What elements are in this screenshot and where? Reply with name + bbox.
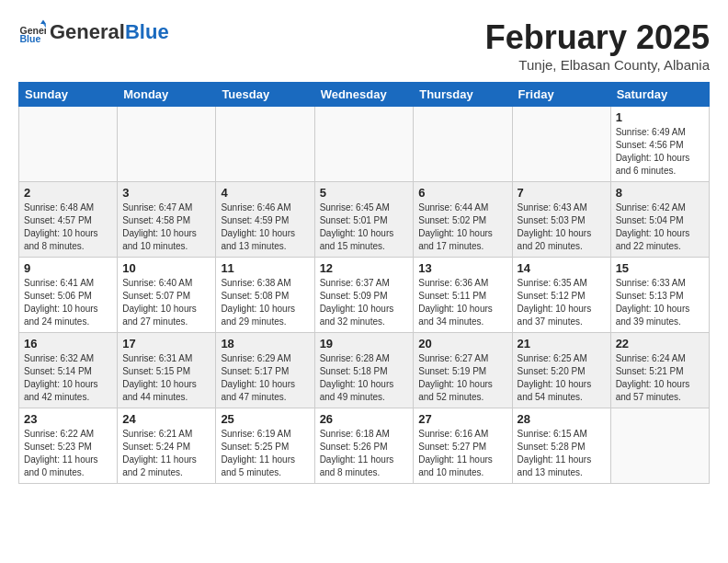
day-info: Sunrise: 6:35 AM Sunset: 5:12 PM Dayligh… bbox=[518, 277, 606, 328]
calendar-day-cell: 1Sunrise: 6:49 AM Sunset: 4:56 PM Daylig… bbox=[610, 107, 709, 182]
calendar-day-cell: 19Sunrise: 6:28 AM Sunset: 5:18 PM Dayli… bbox=[314, 333, 414, 408]
day-number: 24 bbox=[122, 412, 210, 426]
calendar-day-cell: 12Sunrise: 6:37 AM Sunset: 5:09 PM Dayli… bbox=[314, 258, 414, 333]
day-number: 22 bbox=[616, 337, 704, 350]
day-number: 3 bbox=[122, 186, 210, 200]
weekday-header: Tuesday bbox=[216, 83, 314, 107]
day-info: Sunrise: 6:48 AM Sunset: 4:57 PM Dayligh… bbox=[24, 201, 112, 253]
calendar-day-cell bbox=[314, 107, 414, 182]
svg-text:Blue: Blue bbox=[20, 33, 41, 44]
day-number: 6 bbox=[418, 186, 506, 200]
calendar-day-cell bbox=[610, 408, 709, 484]
weekday-header: Sunday bbox=[19, 83, 118, 107]
calendar-table: SundayMondayTuesdayWednesdayThursdayFrid… bbox=[18, 82, 710, 484]
calendar-day-cell: 3Sunrise: 6:47 AM Sunset: 4:58 PM Daylig… bbox=[118, 182, 216, 258]
calendar-week-row: 9Sunrise: 6:41 AM Sunset: 5:06 PM Daylig… bbox=[19, 258, 710, 333]
day-info: Sunrise: 6:24 AM Sunset: 5:21 PM Dayligh… bbox=[616, 352, 704, 404]
day-info: Sunrise: 6:49 AM Sunset: 4:56 PM Dayligh… bbox=[616, 126, 704, 178]
day-info: Sunrise: 6:32 AM Sunset: 5:14 PM Dayligh… bbox=[24, 352, 112, 404]
day-info: Sunrise: 6:28 AM Sunset: 5:18 PM Dayligh… bbox=[320, 352, 409, 404]
day-info: Sunrise: 6:21 AM Sunset: 5:24 PM Dayligh… bbox=[122, 428, 210, 479]
page-header: General Blue GeneralBlue February 2025 T… bbox=[18, 18, 710, 73]
day-info: Sunrise: 6:15 AM Sunset: 5:28 PM Dayligh… bbox=[518, 428, 606, 479]
day-info: Sunrise: 6:37 AM Sunset: 5:09 PM Dayligh… bbox=[320, 277, 409, 328]
day-number: 11 bbox=[221, 261, 309, 275]
calendar-day-cell: 14Sunrise: 6:35 AM Sunset: 5:12 PM Dayli… bbox=[512, 258, 610, 333]
day-info: Sunrise: 6:31 AM Sunset: 5:15 PM Dayligh… bbox=[122, 352, 210, 404]
weekday-header: Monday bbox=[118, 83, 216, 107]
weekday-header: Thursday bbox=[414, 83, 512, 107]
weekday-header: Friday bbox=[512, 83, 610, 107]
calendar-day-cell: 7Sunrise: 6:43 AM Sunset: 5:03 PM Daylig… bbox=[512, 182, 610, 258]
day-number: 25 bbox=[221, 412, 309, 426]
day-number: 14 bbox=[518, 261, 606, 275]
day-number: 18 bbox=[221, 337, 309, 350]
day-number: 26 bbox=[320, 412, 409, 426]
calendar-day-cell: 8Sunrise: 6:42 AM Sunset: 5:04 PM Daylig… bbox=[610, 182, 709, 258]
day-number: 16 bbox=[24, 337, 112, 350]
calendar-week-row: 2Sunrise: 6:48 AM Sunset: 4:57 PM Daylig… bbox=[19, 182, 710, 258]
calendar-day-cell: 28Sunrise: 6:15 AM Sunset: 5:28 PM Dayli… bbox=[512, 408, 610, 484]
title-block: February 2025 Tunje, Elbasan County, Alb… bbox=[485, 18, 710, 73]
calendar-day-cell: 26Sunrise: 6:18 AM Sunset: 5:26 PM Dayli… bbox=[314, 408, 414, 484]
day-number: 8 bbox=[616, 186, 704, 200]
day-number: 23 bbox=[24, 412, 112, 426]
day-info: Sunrise: 6:19 AM Sunset: 5:25 PM Dayligh… bbox=[221, 428, 309, 479]
day-number: 20 bbox=[418, 337, 506, 350]
day-info: Sunrise: 6:29 AM Sunset: 5:17 PM Dayligh… bbox=[221, 352, 309, 404]
weekday-header: Saturday bbox=[610, 83, 709, 107]
day-info: Sunrise: 6:25 AM Sunset: 5:20 PM Dayligh… bbox=[518, 352, 606, 404]
calendar-day-cell: 13Sunrise: 6:36 AM Sunset: 5:11 PM Dayli… bbox=[414, 258, 512, 333]
calendar-day-cell bbox=[216, 107, 314, 182]
calendar-day-cell: 17Sunrise: 6:31 AM Sunset: 5:15 PM Dayli… bbox=[118, 333, 216, 408]
calendar-day-cell: 6Sunrise: 6:44 AM Sunset: 5:02 PM Daylig… bbox=[414, 182, 512, 258]
calendar-week-row: 16Sunrise: 6:32 AM Sunset: 5:14 PM Dayli… bbox=[19, 333, 710, 408]
day-info: Sunrise: 6:40 AM Sunset: 5:07 PM Dayligh… bbox=[122, 277, 210, 328]
calendar-day-cell: 2Sunrise: 6:48 AM Sunset: 4:57 PM Daylig… bbox=[19, 182, 118, 258]
logo-blue-text: Blue bbox=[125, 20, 169, 43]
calendar-day-cell: 20Sunrise: 6:27 AM Sunset: 5:19 PM Dayli… bbox=[414, 333, 512, 408]
day-info: Sunrise: 6:16 AM Sunset: 5:27 PM Dayligh… bbox=[418, 428, 506, 479]
calendar-day-cell: 5Sunrise: 6:45 AM Sunset: 5:01 PM Daylig… bbox=[314, 182, 414, 258]
day-number: 10 bbox=[122, 261, 210, 275]
day-info: Sunrise: 6:36 AM Sunset: 5:11 PM Dayligh… bbox=[418, 277, 506, 328]
calendar-day-cell: 11Sunrise: 6:38 AM Sunset: 5:08 PM Dayli… bbox=[216, 258, 314, 333]
month-title: February 2025 bbox=[485, 18, 710, 57]
calendar-day-cell: 16Sunrise: 6:32 AM Sunset: 5:14 PM Dayli… bbox=[19, 333, 118, 408]
calendar-day-cell: 9Sunrise: 6:41 AM Sunset: 5:06 PM Daylig… bbox=[19, 258, 118, 333]
day-info: Sunrise: 6:47 AM Sunset: 4:58 PM Dayligh… bbox=[122, 201, 210, 253]
calendar-day-cell bbox=[118, 107, 216, 182]
day-info: Sunrise: 6:44 AM Sunset: 5:02 PM Dayligh… bbox=[418, 201, 506, 253]
day-info: Sunrise: 6:27 AM Sunset: 5:19 PM Dayligh… bbox=[418, 352, 506, 404]
day-number: 1 bbox=[616, 110, 704, 124]
location-title: Tunje, Elbasan County, Albania bbox=[485, 57, 710, 73]
day-info: Sunrise: 6:42 AM Sunset: 5:04 PM Dayligh… bbox=[616, 201, 704, 253]
day-number: 4 bbox=[221, 186, 309, 200]
calendar-day-cell: 21Sunrise: 6:25 AM Sunset: 5:20 PM Dayli… bbox=[512, 333, 610, 408]
day-number: 7 bbox=[518, 186, 606, 200]
day-info: Sunrise: 6:22 AM Sunset: 5:23 PM Dayligh… bbox=[24, 428, 112, 479]
calendar-day-cell: 27Sunrise: 6:16 AM Sunset: 5:27 PM Dayli… bbox=[414, 408, 512, 484]
calendar-day-cell bbox=[414, 107, 512, 182]
svg-marker-2 bbox=[40, 20, 46, 25]
calendar-day-cell: 18Sunrise: 6:29 AM Sunset: 5:17 PM Dayli… bbox=[216, 333, 314, 408]
day-number: 15 bbox=[616, 261, 704, 275]
day-number: 21 bbox=[518, 337, 606, 350]
calendar-day-cell: 24Sunrise: 6:21 AM Sunset: 5:24 PM Dayli… bbox=[118, 408, 216, 484]
calendar-day-cell: 15Sunrise: 6:33 AM Sunset: 5:13 PM Dayli… bbox=[610, 258, 709, 333]
day-info: Sunrise: 6:18 AM Sunset: 5:26 PM Dayligh… bbox=[320, 428, 409, 479]
calendar-day-cell: 23Sunrise: 6:22 AM Sunset: 5:23 PM Dayli… bbox=[19, 408, 118, 484]
calendar-day-cell bbox=[19, 107, 118, 182]
day-number: 12 bbox=[320, 261, 409, 275]
day-info: Sunrise: 6:46 AM Sunset: 4:59 PM Dayligh… bbox=[221, 201, 309, 253]
day-number: 5 bbox=[320, 186, 409, 200]
day-number: 2 bbox=[24, 186, 112, 200]
day-info: Sunrise: 6:45 AM Sunset: 5:01 PM Dayligh… bbox=[320, 201, 409, 253]
calendar-week-row: 23Sunrise: 6:22 AM Sunset: 5:23 PM Dayli… bbox=[19, 408, 710, 484]
day-number: 19 bbox=[320, 337, 409, 350]
calendar-day-cell: 22Sunrise: 6:24 AM Sunset: 5:21 PM Dayli… bbox=[610, 333, 709, 408]
weekday-header: Wednesday bbox=[314, 83, 414, 107]
day-number: 9 bbox=[24, 261, 112, 275]
calendar-day-cell: 10Sunrise: 6:40 AM Sunset: 5:07 PM Dayli… bbox=[118, 258, 216, 333]
calendar-day-cell: 25Sunrise: 6:19 AM Sunset: 5:25 PM Dayli… bbox=[216, 408, 314, 484]
